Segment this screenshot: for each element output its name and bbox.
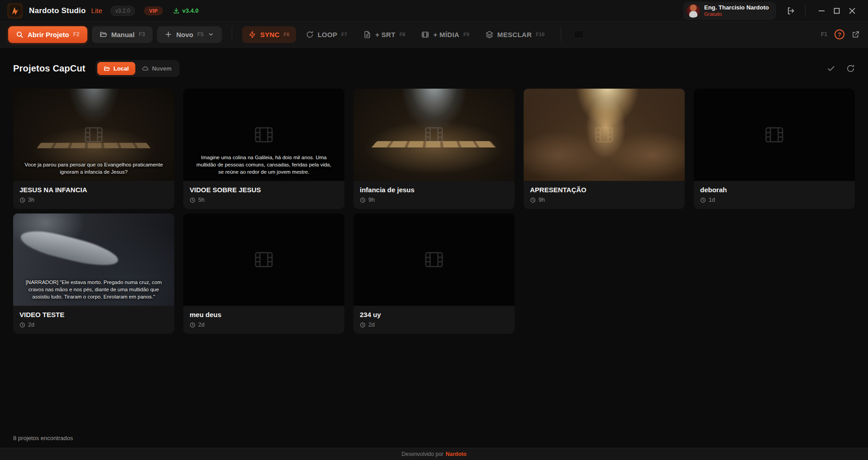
tab-loop[interactable]: LOOP F7 xyxy=(300,26,354,43)
external-link-icon xyxy=(852,30,860,38)
film-placeholder-icon xyxy=(83,124,104,145)
project-age: 5h xyxy=(190,197,338,203)
logout-icon xyxy=(786,6,795,15)
clock-icon xyxy=(19,322,25,328)
app-name: Nardoto Studio xyxy=(29,6,86,15)
filter-cloud-button[interactable]: Nuvem xyxy=(135,62,178,75)
clock-icon xyxy=(190,197,196,203)
project-card[interactable]: infancia de jesus 9h xyxy=(353,89,515,209)
download-icon xyxy=(173,7,180,14)
project-age-label: 2d xyxy=(198,322,205,328)
new-project-button[interactable]: Novo F5 xyxy=(157,26,222,43)
close-button[interactable] xyxy=(844,3,860,19)
mode-tabs: SYNC F6 LOOP F7 + SRT F8 + MÍDIA F9 MESC… xyxy=(242,26,551,43)
titlebar-left: Nardoto Studio Lite v3.2.0 VIP v3.4.0 xyxy=(7,3,199,19)
project-meta: meu deus 2d xyxy=(183,306,344,334)
project-card[interactable]: Imagine uma colina na Galileia, há dois … xyxy=(183,89,344,209)
project-thumbnail xyxy=(353,213,515,306)
open-project-key: F2 xyxy=(73,31,80,38)
toolbar-divider-2 xyxy=(561,28,561,41)
help-icon: ? xyxy=(838,31,841,38)
open-project-button[interactable]: Abrir Projeto F2 xyxy=(8,26,87,43)
project-card[interactable]: APRESENTAÇÃO 9h xyxy=(524,89,685,209)
project-thumbnail xyxy=(353,89,515,181)
toolbar-swatch xyxy=(574,30,584,38)
header-actions xyxy=(827,64,855,73)
project-card[interactable]: 234 uy 2d xyxy=(353,213,515,334)
filter-local-button[interactable]: Local xyxy=(97,62,135,75)
project-meta: VIDEO TESTE 2d xyxy=(13,306,174,334)
minimize-icon xyxy=(818,7,825,14)
tab-srt-key: F8 xyxy=(400,32,405,37)
tab-midia-label: + MÍDIA xyxy=(433,31,459,38)
thumbnail-caption: [NARRADOR] "Ele estava morto. Pregado nu… xyxy=(24,279,163,300)
project-card[interactable]: Voce ja parou para pensar que os Evangel… xyxy=(13,89,174,209)
project-thumbnail xyxy=(694,89,855,181)
minimize-button[interactable] xyxy=(814,3,829,19)
plus-icon xyxy=(165,31,172,38)
project-meta: JESUS NA INFANCIA 3h xyxy=(13,181,174,209)
user-name: Eng. Tharcisio Nardoto xyxy=(704,4,769,11)
tab-mesclar-key: F10 xyxy=(536,32,544,37)
thumbnail-caption: Voce ja parou para pensar que os Evangel… xyxy=(24,161,163,175)
project-card[interactable]: meu deus 2d xyxy=(183,213,344,334)
maximize-button[interactable] xyxy=(829,3,844,19)
tab-midia[interactable]: + MÍDIA F9 xyxy=(415,26,475,43)
select-all-button[interactable] xyxy=(827,64,835,73)
project-thumbnail xyxy=(183,213,344,306)
project-title: JESUS NA INFANCIA xyxy=(19,186,168,194)
page-header: Projetos CapCut Local Nuvem xyxy=(13,60,855,77)
project-meta: VIDOE SOBRE JESUS 5h xyxy=(183,181,344,209)
brand-link[interactable]: Nardoto xyxy=(446,451,467,457)
project-age-label: 5h xyxy=(198,197,205,203)
tab-sync[interactable]: SYNC F6 xyxy=(242,26,296,43)
project-card[interactable]: [NARRADOR] "Ele estava morto. Pregado nu… xyxy=(13,213,174,334)
tab-loop-key: F7 xyxy=(341,32,347,37)
tab-mesclar[interactable]: MESCLAR F10 xyxy=(479,26,551,43)
film-placeholder-icon xyxy=(424,249,444,270)
refresh-button[interactable] xyxy=(846,64,855,73)
external-link-button[interactable] xyxy=(852,30,860,38)
update-version[interactable]: v3.4.0 xyxy=(173,7,199,14)
project-age: 9h xyxy=(360,197,508,203)
project-card[interactable]: deborah 1d xyxy=(694,89,855,209)
manual-button[interactable]: Manual F3 xyxy=(92,26,153,43)
titlebar: Nardoto Studio Lite v3.2.0 VIP v3.4.0 En… xyxy=(0,0,868,22)
logout-button[interactable] xyxy=(786,6,795,15)
new-label: Novo xyxy=(176,31,193,38)
project-title: APRESENTAÇÃO xyxy=(530,186,678,194)
user-plan: Gratuito xyxy=(704,11,769,17)
project-age-label: 9h xyxy=(539,197,545,203)
chevron-down-icon xyxy=(208,31,214,38)
project-age-label: 2d xyxy=(28,322,34,328)
project-thumbnail: Voce ja parou para pensar que os Evangel… xyxy=(13,89,174,181)
project-age: 3h xyxy=(19,197,168,203)
tab-mesclar-label: MESCLAR xyxy=(497,31,532,38)
filter-local-label: Local xyxy=(114,65,129,72)
project-thumbnail xyxy=(524,89,685,181)
help-button[interactable]: ? xyxy=(835,29,844,39)
titlebar-right: Eng. Tharcisio Nardoto Gratuito xyxy=(683,2,860,20)
project-age-label: 3h xyxy=(28,197,34,203)
project-title: infancia de jesus xyxy=(360,186,508,194)
clock-icon xyxy=(19,197,25,203)
projects-grid: Voce ja parou para pensar que os Evangel… xyxy=(13,89,855,334)
app-edition: Lite xyxy=(91,7,102,14)
update-version-label: v3.4.0 xyxy=(182,7,199,14)
tab-srt[interactable]: + SRT F8 xyxy=(357,26,411,43)
project-age: 9h xyxy=(530,197,678,203)
project-title: VIDEO TESTE xyxy=(19,311,168,318)
toolbar-divider xyxy=(232,28,232,41)
thumbnail-caption: Imagine uma colina na Galileia, há dois … xyxy=(195,154,333,175)
main-content: Projetos CapCut Local Nuvem xyxy=(0,47,868,448)
project-age-label: 2d xyxy=(368,322,375,328)
search-icon xyxy=(16,31,24,38)
refresh-icon xyxy=(846,64,855,73)
user-chip[interactable]: Eng. Tharcisio Nardoto Gratuito xyxy=(683,2,776,20)
toolbar: Abrir Projeto F2 Manual F3 Novo F5 SYNC … xyxy=(0,22,868,47)
cloud-icon xyxy=(142,65,148,72)
film-icon xyxy=(421,31,429,38)
film-placeholder-icon xyxy=(253,249,274,270)
project-title: 234 uy xyxy=(360,311,508,318)
source-filter: Local Nuvem xyxy=(95,60,180,77)
